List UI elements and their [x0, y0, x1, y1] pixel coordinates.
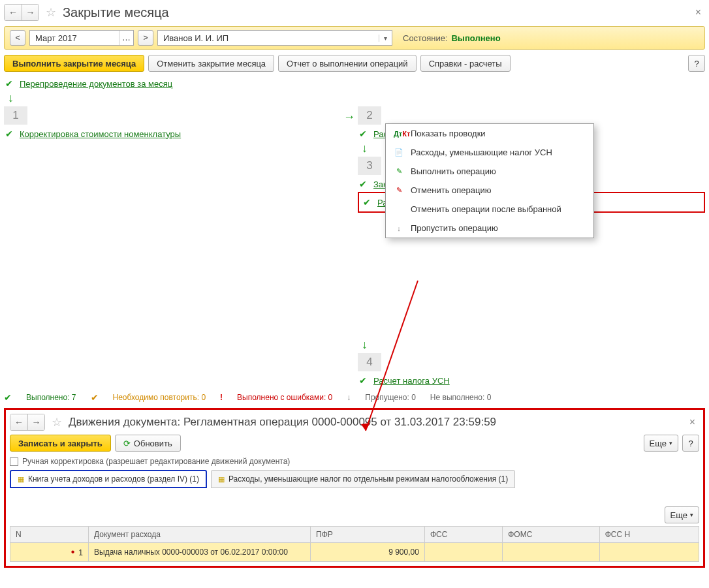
- cancel-close-month-button[interactable]: Отменить закрытие месяца: [148, 55, 274, 72]
- step1-item-link[interactable]: Корректировка стоимости номенклатуры: [20, 129, 181, 139]
- row-marker-icon: •: [67, 546, 79, 557]
- save-close-button[interactable]: Записать и закрыть: [10, 435, 111, 452]
- cell-doc: Выдача наличных 0000-000003 от 06.02.201…: [89, 543, 311, 562]
- period-prev-button[interactable]: <: [10, 30, 25, 46]
- movements-table: N Документ расхода ПФР ФСС ФОМС ФСС Н •1…: [10, 526, 699, 562]
- dtkt-icon: ДтКт: [394, 130, 404, 138]
- period-value: Март 2017: [30, 33, 119, 43]
- period-field[interactable]: Март 2017 …: [29, 30, 134, 46]
- col-left: 1 ✔ Корректировка стоимости номенклатуры: [4, 106, 351, 142]
- ctx-show-entries[interactable]: ДтКт Показать проводки: [386, 124, 593, 143]
- help-button-2[interactable]: ?: [682, 435, 699, 452]
- ctx-skip-op[interactable]: ↓ Пропустить операцию: [386, 219, 593, 238]
- status-skipped: Пропущено: 0: [365, 393, 416, 402]
- ctx-label: Показать проводки: [411, 129, 486, 138]
- refresh-button[interactable]: ⟳Обновить: [115, 435, 181, 452]
- table-more-button[interactable]: Еще ▾: [665, 506, 699, 523]
- step-box-3: 3: [358, 157, 381, 175]
- period-bar: < Март 2017 … > Иванов И. И. ИП ▾ Состоя…: [4, 26, 705, 50]
- cell-foms: [503, 543, 600, 562]
- th-n[interactable]: N: [10, 527, 89, 543]
- ctx-cancel-op[interactable]: ✎ Отменить операцию: [386, 181, 593, 200]
- check-icon: ✔: [358, 179, 368, 189]
- panel2-title: Движения документа: Регламентная операци…: [69, 416, 496, 429]
- check-icon: ✔: [91, 392, 99, 403]
- step-box-2: 2: [358, 106, 381, 125]
- arrow-down-icon: ↓: [362, 338, 705, 352]
- organization-field[interactable]: Иванов И. И. ИП ▾: [157, 30, 392, 46]
- th-fssn[interactable]: ФСС Н: [599, 527, 699, 543]
- refresh-icon: ⟳: [123, 439, 131, 448]
- manual-correction-checkbox[interactable]: [10, 457, 18, 466]
- tab-expenses-modes[interactable]: ▦ Расходы, уменьшающие налог по отдельны…: [211, 470, 515, 488]
- manual-correction-label: Ручная корректировка (разрешает редактир…: [22, 457, 290, 466]
- document-movements-panel: ← → ☆ Движения документа: Регламентная о…: [4, 408, 705, 568]
- nav-btn-group-2: ← →: [10, 414, 45, 431]
- repost-documents-link[interactable]: Перепроведение документов за месяц: [20, 79, 172, 89]
- check-icon: ✔: [358, 129, 368, 139]
- th-pfr[interactable]: ПФР: [311, 527, 425, 543]
- check-icon: ✔: [4, 129, 14, 139]
- chevron-down-icon: ▾: [690, 512, 693, 518]
- main-toolbar: Выполнить закрытие месяца Отменить закры…: [4, 55, 705, 72]
- status-done: Выполнено: 7: [26, 393, 76, 402]
- status-errors: Выполнено с ошибками: 0: [237, 393, 332, 402]
- period-next-button[interactable]: >: [138, 30, 153, 46]
- table-row[interactable]: •1 Выдача наличных 0000-000003 от 06.02.…: [10, 543, 699, 562]
- run-close-month-button[interactable]: Выполнить закрытие месяца: [4, 55, 144, 72]
- ctx-expenses-usn[interactable]: 📄 Расходы, уменьшающие налог УСН: [386, 143, 593, 162]
- th-foms[interactable]: ФОМС: [503, 527, 600, 543]
- arrow-down-icon: ↓: [8, 91, 705, 105]
- ctx-label: Отменить операции после выбранной: [411, 204, 561, 214]
- favorite-star-icon[interactable]: ☆: [43, 5, 59, 20]
- run-icon: ✎: [394, 167, 404, 176]
- context-menu: ДтКт Показать проводки 📄 Расходы, уменьш…: [385, 123, 594, 238]
- step-box-1: 1: [4, 106, 27, 125]
- organization-dropdown-icon[interactable]: ▾: [379, 35, 392, 42]
- spravki-button[interactable]: Справки - расчеты: [420, 55, 511, 72]
- flow-area: ✔ Перепроведение документов за месяц ↓ 1…: [4, 78, 705, 388]
- ctx-label: Отменить операцию: [411, 185, 491, 195]
- highlighted-operation-frame: ✔ Расчет расходов, уменьшающих налог УСН…: [358, 192, 705, 213]
- tab-kudir[interactable]: ▦ Книга учета доходов и расходов (раздел…: [10, 470, 207, 488]
- cell-fss: [424, 543, 502, 562]
- back-button[interactable]: ←: [5, 5, 22, 20]
- state-value: Выполнено: [451, 33, 500, 43]
- ctx-label: Выполнить операцию: [411, 166, 496, 176]
- help-button[interactable]: ?: [688, 55, 705, 72]
- doc-icon: ▦: [218, 475, 225, 484]
- status-repeat: Необходимо повторить: 0: [113, 393, 206, 402]
- th-fss[interactable]: ФСС: [424, 527, 502, 543]
- back-button-2[interactable]: ←: [10, 414, 27, 430]
- nav-btn-group: ← →: [4, 4, 39, 21]
- ctx-cancel-after[interactable]: Отменить операции после выбранной: [386, 200, 593, 219]
- manual-correction-row[interactable]: Ручная корректировка (разрешает редактир…: [10, 457, 699, 466]
- period-picker-button[interactable]: …: [119, 31, 133, 45]
- close-icon-2[interactable]: ×: [685, 416, 699, 428]
- more-button[interactable]: Еще ▾: [644, 435, 678, 452]
- chevron-down-icon: ▾: [669, 440, 672, 446]
- forward-button-2[interactable]: →: [27, 414, 44, 430]
- ctx-label: Расходы, уменьшающие налог УСН: [411, 147, 552, 157]
- favorite-star-icon-2[interactable]: ☆: [49, 415, 65, 429]
- ctx-run-op[interactable]: ✎ Выполнить операцию: [386, 162, 593, 181]
- forward-button[interactable]: →: [22, 5, 39, 20]
- skip-icon: ↓: [394, 224, 404, 232]
- skip-icon: ↓: [347, 393, 351, 402]
- table-section: Еще ▾ N Документ расхода ПФР ФСС ФОМС ФС…: [10, 506, 699, 562]
- col-right: → 2 ✔ Расчет долей списания косвенных ра…: [358, 106, 705, 388]
- check-icon: ✔: [4, 78, 14, 89]
- organization-value: Иванов И. И. ИП: [158, 33, 379, 43]
- doc-icon: ▦: [18, 475, 24, 484]
- report-button[interactable]: Отчет о выполнении операций: [278, 55, 417, 72]
- report-icon: 📄: [394, 148, 404, 157]
- status-bar: ✔ Выполнено: 7 ✔ Необходимо повторить: 0…: [4, 392, 705, 403]
- th-doc[interactable]: Документ расхода: [89, 527, 311, 543]
- check-icon: ✔: [4, 392, 12, 403]
- tabs: ▦ Книга учета доходов и расходов (раздел…: [10, 470, 699, 488]
- status-notdone: Не выполнено: 0: [430, 393, 492, 402]
- ctx-label: Пропустить операцию: [411, 223, 498, 233]
- cell-pfr: 9 900,00: [311, 543, 425, 562]
- step4-item-link[interactable]: Расчет налога УСН: [373, 376, 450, 386]
- close-icon[interactable]: ×: [691, 7, 705, 18]
